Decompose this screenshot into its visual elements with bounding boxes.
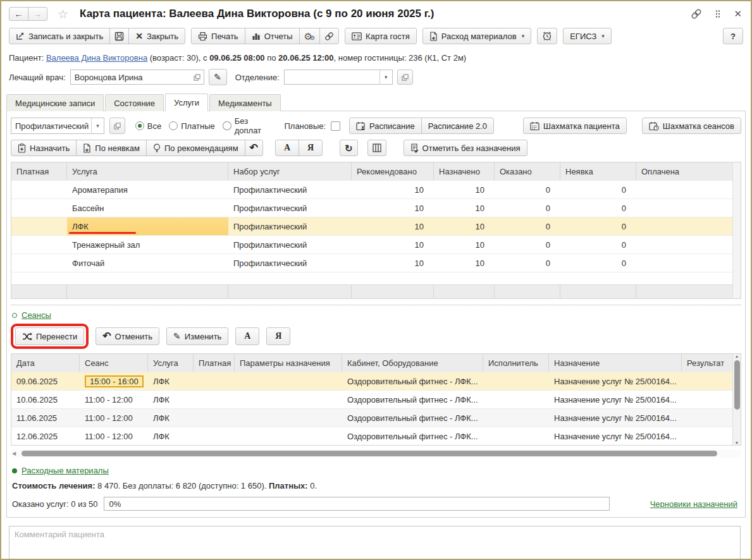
materials-link-label[interactable]: Расходные материалы xyxy=(22,466,109,475)
tab-services[interactable]: Услуги xyxy=(165,94,208,111)
reminder-button[interactable] xyxy=(537,28,557,44)
move-session-button[interactable]: Перенести xyxy=(15,327,84,345)
columns-setup-button[interactable] xyxy=(367,140,386,156)
table-row[interactable]: Тренажерный зал Профилактический 10 10 0… xyxy=(11,235,741,253)
radio-no-surcharge[interactable]: Без доплат xyxy=(223,116,277,135)
schedule2-button[interactable]: Расписание 2.0 xyxy=(421,118,494,134)
materials-expense-button[interactable]: Расход материалов ▾ xyxy=(422,28,532,44)
col-header-service[interactable]: Услуга xyxy=(67,162,228,180)
col-header-service[interactable]: Услуга xyxy=(148,354,194,372)
undo-assign-button[interactable]: ↶ xyxy=(245,140,263,156)
attachments-button[interactable] xyxy=(319,28,339,44)
col-header-provided[interactable]: Оказано xyxy=(495,162,560,180)
tab-condition[interactable]: Состояние xyxy=(105,94,164,111)
guest-card-button[interactable]: Карта гостя xyxy=(345,28,417,44)
settings-button[interactable]: ⚙⚙ xyxy=(299,28,321,44)
forward-button[interactable]: → xyxy=(28,7,47,21)
col-header-session[interactable]: Сеанс xyxy=(80,354,148,372)
table-row[interactable]: Ароматерапия Профилактический 10 10 0 0 xyxy=(11,180,741,198)
table-row[interactable]: 10.06.2025 11:00 - 12:00 ЛФК Оздоровител… xyxy=(11,390,741,408)
scroll-up-icon[interactable]: ▲ xyxy=(735,354,739,358)
services-vertical-scrollbar[interactable] xyxy=(732,162,741,298)
scroll-down-icon[interactable]: ▼ xyxy=(735,441,739,445)
by-noshow-button[interactable]: По неявкам xyxy=(76,140,147,156)
document-plus-icon xyxy=(83,143,91,153)
reports-button[interactable]: Отчеты xyxy=(245,28,300,44)
save-and-close-button[interactable]: Записать и закрыть xyxy=(9,28,110,44)
sessions-section-link[interactable]: Сеансы xyxy=(12,310,741,320)
schedule-button[interactable]: Расписание xyxy=(349,118,422,134)
scrollbar-thumb[interactable] xyxy=(22,451,717,456)
sessions-vertical-scrollbar[interactable]: ▲ ▼ xyxy=(732,354,741,445)
tab-medical-records[interactable]: Медицинские записи xyxy=(6,94,104,111)
by-recommendations-button[interactable]: По рекомендациям xyxy=(146,140,245,156)
close-window-icon[interactable]: ✕ xyxy=(734,8,742,20)
sessions-link-label[interactable]: Сеансы xyxy=(22,310,51,320)
focused-cell[interactable]: 15:00 - 16:00 xyxy=(85,375,144,387)
dropdown-caret-icon: ▾ xyxy=(601,33,605,39)
cancel-session-button[interactable]: ↶ Отменить xyxy=(96,327,159,345)
col-header-paid[interactable]: Платная xyxy=(11,162,67,180)
materials-section-link[interactable]: Расходные материалы xyxy=(12,466,741,475)
doctor-row: Лечащий врач: Воронцова Ирина ✎ Отделени… xyxy=(1,65,751,90)
table-row[interactable]: 12.06.2025 11:00 - 12:00 ЛФК Оздоровител… xyxy=(11,427,741,445)
drafts-link[interactable]: Черновики назначений xyxy=(650,499,737,509)
radio-paid[interactable]: Платные xyxy=(169,121,215,131)
col-header-paid[interactable]: Платная xyxy=(194,354,235,372)
col-header-assignment[interactable]: Назначение xyxy=(549,354,682,372)
patient-comment-input[interactable] xyxy=(9,526,741,560)
help-button[interactable]: ? xyxy=(723,28,743,44)
back-button[interactable]: ← xyxy=(9,7,28,21)
table-row-selected[interactable]: 09.06.2025 15:00 - 16:00 ЛФК Оздоровител… xyxy=(11,372,741,390)
chess-patient-button[interactable]: Шахматка пациента xyxy=(523,118,627,134)
clipboard-plus-icon xyxy=(18,143,26,153)
service-set-choose-button[interactable] xyxy=(109,118,125,134)
dropdown-caret-icon[interactable]: ▾ xyxy=(379,70,392,84)
radio-all[interactable]: Все xyxy=(135,121,161,131)
scroll-left-icon[interactable]: ◀ xyxy=(12,451,16,456)
department-choose-button[interactable] xyxy=(397,70,413,85)
service-set-combobox[interactable]: Профилактический ▾ xyxy=(11,118,104,134)
scrollbar-thumb[interactable] xyxy=(734,360,740,410)
doctor-field[interactable]: Воронцова Ирина xyxy=(70,70,204,85)
choose-icon[interactable] xyxy=(190,74,204,81)
splitter-handle[interactable] xyxy=(11,305,741,305)
tab-medications[interactable]: Медикаменты xyxy=(209,94,281,111)
table-row-selected[interactable]: ЛФК Профилактический 10 10 0 0 xyxy=(11,217,741,235)
get-link-icon[interactable] xyxy=(691,8,702,20)
table-row[interactable]: Фиточай Профилактический 10 10 0 0 xyxy=(11,253,741,272)
more-menu-icon[interactable] xyxy=(715,9,721,18)
save-button[interactable] xyxy=(109,28,129,44)
letter-a-button[interactable]: А xyxy=(235,327,259,345)
dropdown-caret-icon[interactable]: ▾ xyxy=(91,118,104,133)
department-combobox[interactable]: ▾ xyxy=(284,70,393,85)
close-button[interactable]: ✕ Закрыть xyxy=(128,28,185,44)
col-header-params[interactable]: Параметры назначения xyxy=(235,354,342,372)
col-header-room[interactable]: Кабинет, Оборудование xyxy=(342,354,483,372)
document-plus-icon xyxy=(429,32,438,41)
assign-button[interactable]: Назначить xyxy=(11,140,77,156)
col-header-recommended[interactable]: Рекомендовано xyxy=(352,162,434,180)
letter-ya-button[interactable]: Я xyxy=(299,140,323,156)
planned-checkbox[interactable] xyxy=(331,121,340,131)
col-header-date[interactable]: Дата xyxy=(11,354,80,372)
col-header-noshow[interactable]: Неявка xyxy=(560,162,636,180)
refresh-button[interactable]: ↻ xyxy=(340,140,358,156)
egisz-button[interactable]: ЕГИСЗ ▾ xyxy=(563,28,612,44)
edit-session-button[interactable]: ✎ Изменить xyxy=(166,327,228,345)
table-row[interactable]: 11.06.2025 11:00 - 12:00 ЛФК Оздоровител… xyxy=(11,408,741,427)
table-row[interactable]: Бассейн Профилактический 10 10 0 0 xyxy=(11,198,741,217)
letter-a-button[interactable]: А xyxy=(275,140,299,156)
favorite-star-icon[interactable]: ☆ xyxy=(58,7,68,21)
col-header-assigned[interactable]: Назначено xyxy=(434,162,495,180)
col-header-executor[interactable]: Исполнитель xyxy=(483,354,549,372)
doctor-edit-button[interactable]: ✎ xyxy=(209,69,227,85)
sessions-horizontal-scrollbar[interactable]: ◀ xyxy=(11,449,741,458)
print-button[interactable]: Печать xyxy=(191,28,245,44)
mark-without-assignment-button[interactable]: Отметить без назначения xyxy=(404,140,527,156)
patient-name-link[interactable]: Валеева Дина Викторовна xyxy=(46,53,147,63)
col-header-paid-status[interactable]: Оплачена xyxy=(636,162,741,180)
letter-ya-button[interactable]: Я xyxy=(266,327,290,345)
chess-sessions-button[interactable]: Шахматка сеансов xyxy=(642,118,741,134)
col-header-set[interactable]: Набор услуг xyxy=(228,162,352,180)
